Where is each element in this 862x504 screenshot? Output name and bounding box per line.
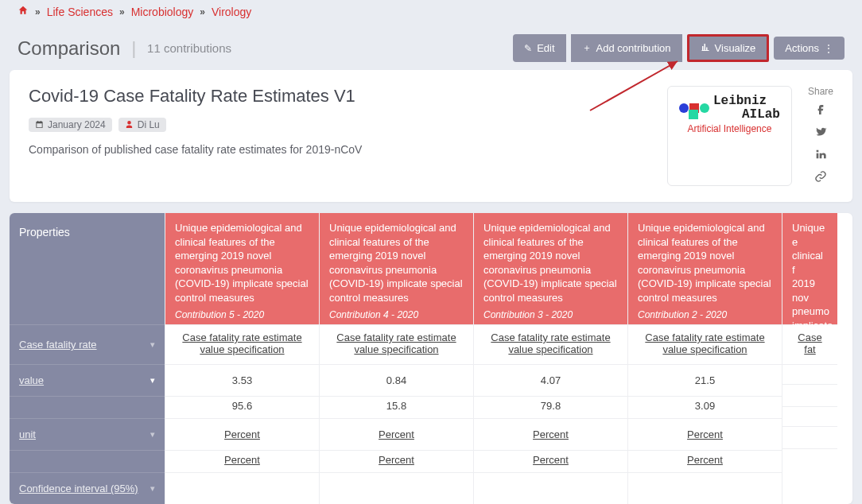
author-badge[interactable]: Di Lu: [118, 118, 166, 132]
cell-value-1: [782, 364, 837, 384]
twitter-icon[interactable]: [814, 126, 827, 142]
cell-value-1: 4.07: [474, 364, 627, 396]
prop-label[interactable]: value: [19, 374, 44, 386]
contribution-column[interactable]: Unique epidemiological and clinical feat…: [627, 213, 782, 504]
prop-value[interactable]: value ▾: [10, 364, 165, 396]
share-column: Share: [808, 86, 833, 186]
cell-unit-2[interactable]: Percent: [320, 450, 473, 472]
prop-label[interactable]: unit: [19, 428, 36, 440]
date-text: January 2024: [48, 119, 106, 130]
cell-value-1: 3.53: [165, 364, 319, 396]
column-subtitle: Contribution 2 - 2020: [638, 309, 772, 320]
cell-unit-2[interactable]: [782, 426, 837, 448]
contribution-column[interactable]: Unique eclinical f2019 novpneumoimplicat…: [782, 213, 837, 504]
cell-cfr[interactable]: Case fatality rate estimate value specif…: [474, 324, 627, 364]
comparison-card: Covid-19 Case Fatality Rate Estimates V1…: [10, 70, 852, 202]
cell-ci: [165, 472, 319, 492]
prop-case-fatality-rate[interactable]: Case fatality rate ▾: [10, 324, 165, 364]
filter-icon[interactable]: ▾: [150, 375, 155, 386]
cell-unit-1[interactable]: Percent: [165, 418, 319, 450]
cell-value-2: 95.6: [165, 396, 319, 418]
column-header[interactable]: Unique epidemiological and clinical feat…: [320, 213, 473, 324]
user-icon: [125, 120, 134, 130]
comparison-description: Comparison of published case fatality ra…: [29, 143, 651, 156]
actions-button[interactable]: Actions ⋮: [774, 37, 845, 60]
prop-unit[interactable]: unit ▾: [10, 418, 165, 450]
cell-value-2: [782, 384, 837, 406]
contribution-column[interactable]: Unique epidemiological and clinical feat…: [473, 213, 627, 504]
link-icon[interactable]: [814, 170, 827, 186]
column-header[interactable]: Unique epidemiological and clinical feat…: [165, 213, 319, 324]
properties-column: Properties Case fatality rate ▾ value ▾ …: [10, 213, 165, 504]
contribution-column[interactable]: Unique epidemiological and clinical feat…: [319, 213, 473, 504]
column-title: Unique epidemiological and clinical feat…: [175, 221, 309, 304]
plus-icon: ＋: [582, 41, 592, 55]
facebook-icon[interactable]: [814, 103, 827, 119]
comparison-table: Properties Case fatality rate ▾ value ▾ …: [10, 213, 852, 504]
comparison-title: Covid-19 Case Fatality Rate Estimates V1: [29, 86, 651, 107]
share-label: Share: [808, 86, 833, 97]
provenance-box[interactable]: LeibnizAILab Artificial Intelligence: [667, 86, 792, 186]
cell-unit-2[interactable]: Percent: [474, 450, 627, 472]
contribution-count: 11 contributions: [147, 41, 231, 55]
cell-unit-1[interactable]: Percent: [628, 418, 782, 450]
cell-cfr[interactable]: Case fatality rate estimate value specif…: [320, 324, 473, 364]
breadcrumb-virology[interactable]: Virology: [212, 6, 251, 18]
cell-unit-1[interactable]: Percent: [474, 418, 627, 450]
cell-cfr[interactable]: Case fatality rate estimate value specif…: [628, 324, 782, 364]
column-subtitle: Contribution 5 - 2020: [175, 309, 309, 320]
kebab-icon: ⋮: [824, 43, 833, 54]
cell-ci: [628, 472, 782, 492]
breadcrumb: » Life Sciences » Microbiology » Virolog…: [10, 0, 852, 23]
calendar-icon: [35, 120, 44, 130]
add-label: Add contribution: [596, 42, 671, 54]
column-title: Unique eclinical f2019 novpneumoimplicat…: [792, 221, 828, 347]
contribution-column[interactable]: Unique epidemiological and clinical feat…: [165, 213, 319, 504]
page-title: Comparison: [17, 37, 120, 60]
prop-label[interactable]: Confidence interval (95%): [19, 483, 138, 494]
prop-confidence-interval[interactable]: Confidence interval (95%) ▾: [10, 472, 165, 504]
title-divider: |: [131, 38, 136, 59]
column-subtitle: Contribution 4 - 2020: [329, 309, 464, 320]
column-title: Unique epidemiological and clinical feat…: [638, 221, 772, 304]
prop-label[interactable]: Case fatality rate: [19, 339, 97, 351]
chevron-icon: »: [119, 6, 125, 17]
add-contribution-button[interactable]: ＋ Add contribution: [571, 34, 682, 62]
filter-icon[interactable]: ▾: [150, 429, 155, 440]
column-header[interactable]: Unique epidemiological and clinical feat…: [474, 213, 627, 324]
edit-button[interactable]: ✎ Edit: [513, 34, 565, 62]
properties-header: Properties: [10, 213, 165, 324]
toolbar: ✎ Edit ＋ Add contribution Visualize: [513, 34, 769, 62]
column-title: Unique epidemiological and clinical feat…: [329, 221, 464, 304]
cell-ci: [320, 472, 473, 492]
visualize-button[interactable]: Visualize: [689, 37, 767, 60]
home-icon[interactable]: [17, 5, 29, 18]
linkedin-icon[interactable]: [814, 148, 827, 164]
breadcrumb-microbiology[interactable]: Microbiology: [131, 6, 194, 18]
prop-value-sub: [10, 396, 165, 418]
prop-unit-sub: [10, 450, 165, 472]
cell-unit-2[interactable]: Percent: [628, 450, 782, 472]
cell-value-2: 3.09: [628, 396, 782, 418]
pencil-icon: ✎: [524, 43, 532, 54]
data-columns: Unique epidemiological and clinical feat…: [165, 213, 852, 504]
actions-label: Actions: [785, 42, 819, 54]
provenance-caption: Artificial Intelligence: [687, 123, 771, 134]
cell-value-2: 15.8: [320, 396, 473, 418]
breadcrumb-life-sciences[interactable]: Life Sciences: [47, 6, 113, 18]
filter-icon[interactable]: ▾: [150, 339, 155, 350]
column-header[interactable]: Unique epidemiological and clinical feat…: [628, 213, 782, 324]
chevron-icon: »: [200, 6, 205, 17]
cell-unit-2[interactable]: Percent: [165, 450, 319, 472]
cell-unit-1[interactable]: [782, 406, 837, 426]
author-text: Di Lu: [138, 119, 160, 130]
cell-ci: [474, 472, 627, 492]
column-header[interactable]: Unique eclinical f2019 novpneumoimplicat…: [782, 213, 837, 324]
chart-icon: [701, 42, 710, 54]
filter-icon[interactable]: ▾: [150, 483, 155, 494]
cell-unit-1[interactable]: Percent: [320, 418, 473, 450]
date-badge[interactable]: January 2024: [29, 118, 112, 132]
edit-label: Edit: [537, 42, 554, 54]
visualize-label: Visualize: [715, 42, 756, 54]
cell-cfr[interactable]: Case fatality rate estimate value specif…: [165, 324, 319, 364]
